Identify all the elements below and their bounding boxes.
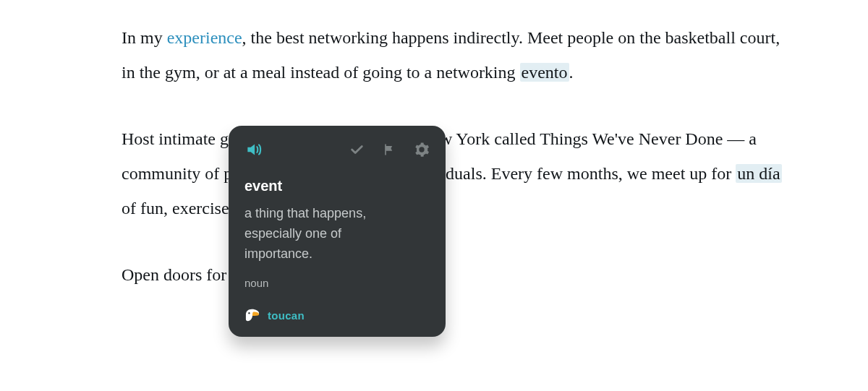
flag-icon xyxy=(382,142,396,158)
toucan-logo-icon xyxy=(244,308,260,322)
speaker-icon xyxy=(244,140,263,159)
svg-point-0 xyxy=(248,312,250,314)
translated-word-evento[interactable]: evento xyxy=(520,63,569,82)
translation-popup: event a thing that happens, especially o… xyxy=(229,126,446,337)
report-button[interactable] xyxy=(382,142,396,158)
check-icon xyxy=(349,142,365,158)
paragraph-1: In my experience, the best networking ha… xyxy=(122,20,787,90)
popup-part-of-speech: noun xyxy=(244,277,430,289)
popup-headword: event xyxy=(244,178,430,194)
mark-known-button[interactable] xyxy=(349,142,365,158)
paragraph-2: Host intimate gatherings. I host eventos… xyxy=(122,121,787,225)
brand-label: toucan xyxy=(268,309,305,322)
brand-row[interactable]: toucan xyxy=(244,308,430,322)
audio-button[interactable] xyxy=(244,140,263,159)
experience-link[interactable]: experience xyxy=(167,28,242,47)
text: In my xyxy=(122,28,167,47)
text: . xyxy=(569,63,574,82)
article-body: In my experience, the best networking ha… xyxy=(122,20,787,324)
popup-definition: a thing that happens, especially one of … xyxy=(244,203,411,264)
settings-button[interactable] xyxy=(414,142,430,158)
translated-word-un-dia[interactable]: un día xyxy=(736,164,781,183)
gear-icon xyxy=(414,142,430,158)
paragraph-3: Open doors for people. xyxy=(122,257,787,292)
